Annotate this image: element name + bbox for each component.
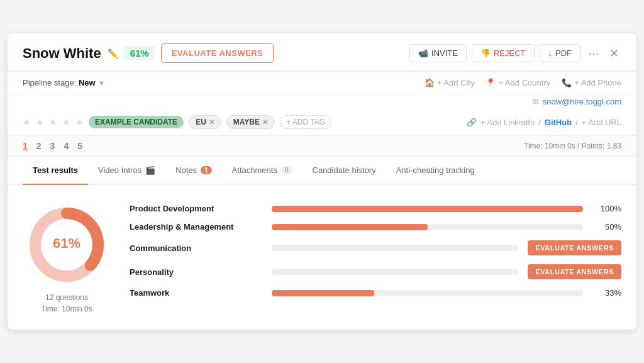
- score-badge: 61%: [125, 46, 155, 60]
- maybe-tag-remove[interactable]: ✕: [262, 118, 268, 126]
- tags-left: ★ ★ ★ ★ ★ EXAMPLE CANDIDATE EU ✕ MAYBE ✕…: [23, 115, 331, 129]
- bar-track-product: [272, 206, 583, 212]
- tab-candidate-history[interactable]: Candidate history: [303, 157, 386, 185]
- eu-tag: EU ✕: [189, 115, 221, 129]
- bar-fill-teamwork: [272, 290, 374, 296]
- star-4[interactable]: ★: [62, 117, 70, 127]
- github-link[interactable]: GitHub: [545, 118, 572, 127]
- email-link[interactable]: snow@hire.toggl.com: [543, 97, 621, 106]
- evaluate-personality-button[interactable]: EVALUATE ANSWERS: [528, 264, 621, 279]
- bar-track-personality: [272, 269, 518, 275]
- answer-1[interactable]: 1: [23, 141, 28, 151]
- time-spent: Time: 10min 0s: [41, 303, 92, 315]
- star-1[interactable]: ★: [23, 117, 31, 127]
- tags-row: ★ ★ ★ ★ ★ EXAMPLE CANDIDATE EU ✕ MAYBE ✕…: [8, 109, 636, 135]
- tab-video-intros[interactable]: Video Intros 🎬: [88, 157, 165, 185]
- tab-test-results[interactable]: Test results: [23, 157, 88, 185]
- add-url-button[interactable]: + Add URL: [582, 118, 621, 127]
- eu-tag-remove[interactable]: ✕: [209, 118, 214, 126]
- email-icon: ✉: [532, 97, 539, 106]
- maybe-tag: MAYBE ✕: [226, 115, 275, 129]
- category-teamwork: Teamwork 33%: [130, 288, 621, 298]
- answer-4[interactable]: 4: [64, 141, 69, 151]
- add-country-button[interactable]: 📍 + Add Country: [486, 78, 550, 87]
- pdf-button[interactable]: ↓ PDF: [540, 44, 581, 62]
- link-icon: 🔗: [467, 118, 477, 127]
- city-icon: 🏠: [425, 78, 435, 87]
- evaluate-communication-button[interactable]: EVALUATE ANSWERS: [528, 240, 621, 255]
- example-candidate-tag: EXAMPLE CANDIDATE: [89, 116, 184, 128]
- video-cam-icon: 🎬: [145, 165, 155, 175]
- answer-2[interactable]: 2: [36, 141, 42, 151]
- close-button[interactable]: ✕: [607, 44, 621, 63]
- category-personality: Personality EVALUATE ANSWERS: [130, 264, 621, 279]
- more-options-button[interactable]: ⋯: [586, 44, 602, 63]
- bar-fill-product: [272, 206, 583, 212]
- candidate-name: Snow White: [23, 45, 101, 62]
- bars-section: Product Development 100% Leadership & Ma…: [130, 204, 621, 298]
- donut-section: 61% 12 questions Time: 10min 0s: [23, 204, 111, 315]
- answer-5[interactable]: 5: [77, 141, 82, 151]
- phone-icon: 📞: [562, 78, 572, 87]
- bar-track-leadership: [272, 224, 583, 230]
- evaluate-answers-button[interactable]: EVALUATE ANSWERS: [161, 43, 274, 63]
- tab-attachments[interactable]: Attachments 0: [222, 157, 303, 185]
- tabs-row: Test results Video Intros 🎬 Notes 1 Atta…: [8, 157, 636, 185]
- reject-icon: 👎: [480, 48, 491, 58]
- answer-numbers: 1 2 3 4 5: [23, 141, 82, 151]
- add-linkedin-button[interactable]: + Add LinkedIn: [480, 118, 535, 127]
- answers-row: 1 2 3 4 5 Time: 10min 0s / Points: 1.83: [8, 135, 636, 157]
- category-communication: Communication EVALUATE ANSWERS: [130, 240, 621, 255]
- invite-button[interactable]: 📹 INVITE: [409, 44, 467, 62]
- tab-notes[interactable]: Notes 1: [165, 157, 222, 185]
- attachments-badge: 0: [281, 166, 292, 174]
- edit-icon[interactable]: ✏️: [108, 48, 118, 59]
- pipeline-stage: Pipeline stage: New ▾: [23, 78, 104, 87]
- email-row: ✉ snow@hire.toggl.com: [8, 94, 636, 109]
- tab-anti-cheating[interactable]: Anti-cheating tracking: [386, 157, 485, 185]
- reject-button[interactable]: 👎 REJECT: [472, 44, 535, 62]
- add-phone-button[interactable]: 📞 + Add Phone: [562, 78, 621, 87]
- donut-chart: 61%: [26, 204, 108, 286]
- notes-badge: 1: [201, 166, 212, 174]
- donut-label: 12 questions Time: 10min 0s: [41, 292, 92, 315]
- pipeline-row: Pipeline stage: New ▾ 🏠 + Add City 📍 + A…: [8, 72, 636, 94]
- star-3[interactable]: ★: [49, 117, 57, 127]
- contact-actions: 🏠 + Add City 📍 + Add Country 📞 + Add Pho…: [425, 78, 621, 87]
- answer-3[interactable]: 3: [50, 141, 55, 151]
- bar-track-communication: [272, 245, 518, 251]
- chevron-down-icon[interactable]: ▾: [99, 78, 104, 87]
- bar-fill-leadership: [272, 224, 428, 230]
- star-5[interactable]: ★: [75, 117, 84, 127]
- tags-right: 🔗 + Add LinkedIn / GitHub / + Add URL: [467, 118, 621, 127]
- svg-text:61%: 61%: [53, 235, 80, 251]
- category-product-development: Product Development 100%: [130, 204, 621, 213]
- video-icon: 📹: [418, 48, 428, 58]
- download-icon: ↓: [548, 48, 553, 58]
- time-info: Time: 10min 0s / Points: 1.83: [524, 142, 621, 150]
- add-city-button[interactable]: 🏠 + Add City: [425, 78, 475, 87]
- add-tag-button[interactable]: + ADD TAG: [280, 115, 331, 129]
- location-icon: 📍: [486, 78, 496, 87]
- bar-track-teamwork: [272, 290, 583, 296]
- category-leadership: Leadership & Management 50%: [130, 222, 621, 232]
- main-content: 61% 12 questions Time: 10min 0s Product …: [8, 185, 636, 330]
- questions-count: 12 questions: [41, 292, 92, 303]
- star-2[interactable]: ★: [36, 117, 44, 127]
